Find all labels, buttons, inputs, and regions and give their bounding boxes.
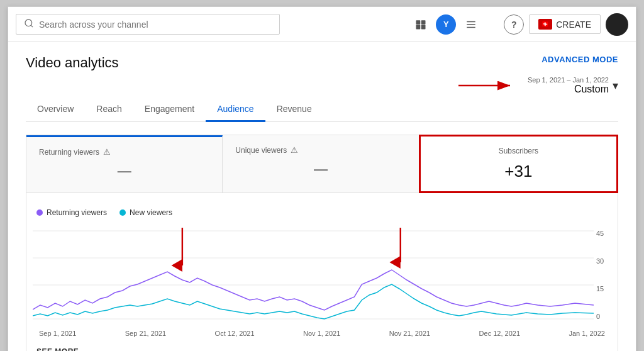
search-icon (24, 18, 34, 30)
x-label-dec12: Dec 12, 2021 (479, 330, 520, 337)
dropdown-arrow-icon: ▾ (613, 79, 618, 92)
x-label-jan1: Jan 1, 2022 (569, 330, 605, 337)
y-label-0: 0 (596, 313, 608, 320)
stat-returning-value: — (39, 163, 209, 179)
x-label-sep21: Sep 21, 2021 (125, 330, 166, 337)
stat-returning-label: Returning viewers ⚠ (39, 147, 209, 157)
x-label-oct12: Oct 12, 2021 (215, 330, 255, 337)
legend-new: New viewers (119, 208, 172, 217)
stat-unique-value: — (235, 161, 406, 177)
create-label: CREATE (556, 20, 591, 30)
create-flag: 🇨🇭 (538, 19, 552, 30)
tab-overview[interactable]: Overview (26, 98, 85, 122)
page-content: Video analytics ADVANCED MODE Sep 1, 202… (8, 42, 636, 351)
stat-subscribers: Subscribers +31 (419, 135, 618, 193)
date-dropdown[interactable]: Sep 1, 2021 – Jan 1, 2022 Custom ▾ (528, 76, 618, 95)
tab-revenue[interactable]: Revenue (265, 98, 323, 122)
stat-returning-viewers: Returning viewers ⚠ — (26, 135, 223, 192)
help-icon: ? (511, 20, 517, 30)
x-label-sep1: Sep 1, 2021 (39, 330, 76, 337)
stat-unique-viewers: Unique viewers ⚠ — (223, 135, 419, 192)
tab-reach[interactable]: Reach (85, 98, 133, 122)
help-button[interactable]: ? (504, 14, 524, 35)
y-label-45: 45 (596, 230, 608, 237)
date-range-label: Sep 1, 2021 – Jan 1, 2022 (528, 76, 609, 84)
tabs-bar: Overview Reach Engagement Audience Reven… (26, 98, 618, 122)
stat-subscribers-label: Subscribers (433, 147, 604, 155)
chart-legend: Returning viewers New viewers (26, 203, 618, 225)
legend-dot-returning (36, 209, 43, 216)
page-title: Video analytics (26, 55, 119, 71)
x-label-nov1: Nov 1, 2021 (303, 330, 340, 337)
warn-icon-unique: ⚠ (291, 145, 298, 155)
y-axis-labels: 45 30 15 0 (594, 225, 611, 325)
svg-rect-2 (416, 20, 421, 25)
y-label-15: 15 (596, 285, 608, 292)
legend-returning: Returning viewers (36, 208, 107, 217)
header-icons: Y ? 🇨🇭 CREATE (411, 13, 628, 36)
user-avatar[interactable] (606, 13, 628, 36)
date-section: Sep 1, 2021 – Jan 1, 2022 Custom ▾ (26, 76, 618, 95)
search-bar[interactable] (16, 14, 280, 35)
y-label-30: 30 (596, 257, 608, 265)
date-value: Custom (528, 84, 609, 95)
svg-rect-3 (421, 20, 426, 25)
app-header: Y ? 🇨🇭 CREATE (8, 7, 636, 42)
legend-dot-new (119, 209, 126, 216)
see-more-link[interactable]: SEE MORE (26, 342, 618, 351)
x-axis-labels: Sep 1, 2021 Sep 21, 2021 Oct 12, 2021 No… (33, 327, 611, 342)
svg-line-1 (31, 25, 33, 27)
search-input[interactable] (39, 20, 272, 30)
stat-unique-label: Unique viewers ⚠ (235, 145, 406, 155)
red-arrow-right (458, 78, 515, 93)
stats-row: Returning viewers ⚠ — Unique viewers ⚠ —… (26, 135, 618, 193)
x-label-nov21: Nov 21, 2021 (389, 330, 430, 337)
studio-icon-btn[interactable] (411, 14, 431, 35)
tab-engagement[interactable]: Engagement (133, 98, 206, 122)
warn-icon-returning: ⚠ (103, 147, 111, 157)
advanced-mode-link[interactable]: ADVANCED MODE (541, 55, 618, 64)
svg-rect-4 (416, 25, 421, 29)
create-button[interactable]: 🇨🇭 CREATE (529, 14, 601, 34)
tab-audience[interactable]: Audience (206, 98, 265, 122)
page-header: Video analytics ADVANCED MODE (26, 55, 618, 71)
chart-wrapper: 45 30 15 0 Sep 1, 2021 Sep 21, 2021 Oct … (26, 225, 618, 342)
chart-svg (33, 225, 594, 325)
stat-subscribers-value: +31 (433, 162, 604, 181)
legend-label-new: New viewers (130, 208, 172, 217)
date-text: Sep 1, 2021 – Jan 1, 2022 Custom (528, 76, 609, 95)
user-avatar-small[interactable]: Y (436, 14, 456, 35)
chart-section: Returning viewers New viewers (26, 193, 618, 351)
legend-label-returning: Returning viewers (47, 208, 107, 217)
svg-point-0 (25, 20, 32, 26)
svg-rect-5 (421, 25, 426, 29)
menu-icon-btn[interactable] (461, 14, 481, 35)
